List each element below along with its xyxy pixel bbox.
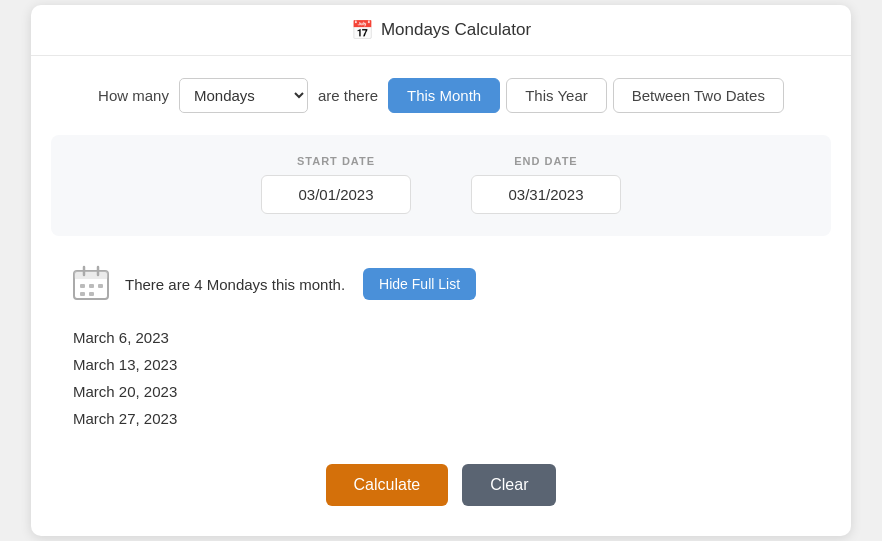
list-item: March 13, 2023 — [73, 351, 851, 378]
btn-between-dates[interactable]: Between Two Dates — [613, 78, 784, 113]
end-date-label: END DATE — [514, 155, 577, 167]
calculate-button[interactable]: Calculate — [326, 464, 449, 506]
list-item: March 20, 2023 — [73, 378, 851, 405]
hide-full-list-button[interactable]: Hide Full List — [363, 268, 476, 300]
svg-rect-5 — [89, 284, 94, 288]
date-section: START DATE END DATE — [51, 135, 831, 236]
end-date-field: END DATE — [471, 155, 621, 214]
btn-this-year[interactable]: This Year — [506, 78, 607, 113]
action-buttons: Calculate Clear — [31, 464, 851, 506]
mode-button-group: This Month This Year Between Two Dates — [388, 78, 784, 113]
main-card: 📅 Mondays Calculator How many MondaysTue… — [31, 5, 851, 536]
end-date-input[interactable] — [471, 175, 621, 214]
suffix-label: are there — [318, 87, 378, 104]
prefix-label: How many — [98, 87, 169, 104]
start-date-label: START DATE — [297, 155, 375, 167]
title-bar: 📅 Mondays Calculator — [31, 5, 851, 56]
dates-list: March 6, 2023March 13, 2023March 20, 202… — [31, 314, 851, 442]
list-item: March 27, 2023 — [73, 405, 851, 432]
page-title: Mondays Calculator — [381, 20, 531, 40]
result-text: There are 4 Mondays this month. — [125, 276, 345, 293]
btn-this-month[interactable]: This Month — [388, 78, 500, 113]
result-calendar-icon — [71, 264, 111, 304]
start-date-input[interactable] — [261, 175, 411, 214]
day-select[interactable]: MondaysTuesdaysWednesdaysThursdaysFriday… — [179, 78, 308, 113]
start-date-field: START DATE — [261, 155, 411, 214]
svg-rect-1 — [74, 271, 108, 279]
svg-rect-6 — [98, 284, 103, 288]
svg-rect-4 — [80, 284, 85, 288]
list-item: March 6, 2023 — [73, 324, 851, 351]
result-section: There are 4 Mondays this month. Hide Ful… — [31, 236, 851, 314]
svg-rect-7 — [80, 292, 85, 296]
svg-rect-8 — [89, 292, 94, 296]
controls-row: How many MondaysTuesdaysWednesdaysThursd… — [31, 56, 851, 135]
clear-button[interactable]: Clear — [462, 464, 556, 506]
calendar-title-icon: 📅 — [351, 19, 373, 41]
